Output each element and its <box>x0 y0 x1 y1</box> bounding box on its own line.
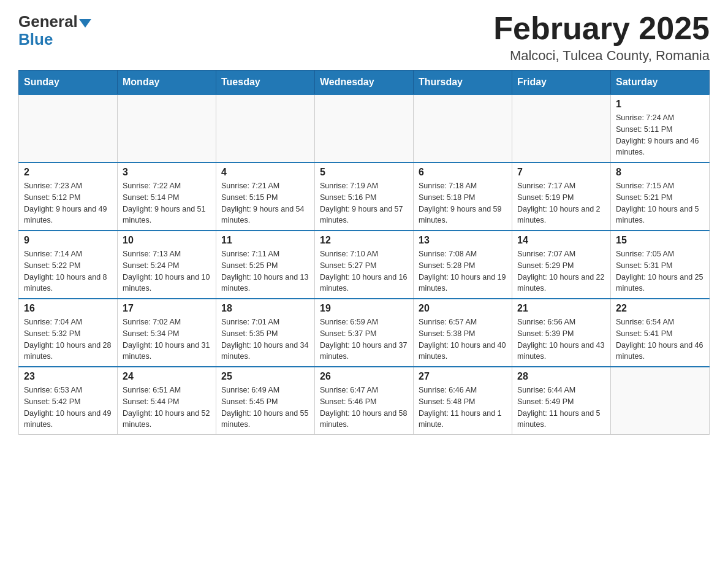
calendar-day-cell: 25Sunrise: 6:49 AM Sunset: 5:45 PM Dayli… <box>216 367 315 435</box>
calendar-day-cell: 1Sunrise: 7:24 AM Sunset: 5:11 PM Daylig… <box>611 94 710 163</box>
calendar-day-cell <box>611 367 710 435</box>
calendar-day-cell: 21Sunrise: 6:56 AM Sunset: 5:39 PM Dayli… <box>512 299 611 367</box>
month-title: February 2025 <box>493 12 710 44</box>
calendar-day-cell: 8Sunrise: 7:15 AM Sunset: 5:21 PM Daylig… <box>611 163 710 231</box>
calendar-day-header: Thursday <box>414 71 512 95</box>
page-header: General Blue February 2025 Malcoci, Tulc… <box>18 12 710 64</box>
day-info: Sunrise: 7:21 AM Sunset: 5:15 PM Dayligh… <box>221 180 309 226</box>
day-info: Sunrise: 6:54 AM Sunset: 5:41 PM Dayligh… <box>616 316 704 362</box>
day-number: 2 <box>24 167 112 178</box>
logo: General Blue <box>18 12 91 49</box>
calendar-day-cell: 11Sunrise: 7:11 AM Sunset: 5:25 PM Dayli… <box>216 231 315 299</box>
day-number: 12 <box>320 235 408 246</box>
day-number: 27 <box>419 371 507 382</box>
calendar-week-row: 23Sunrise: 6:53 AM Sunset: 5:42 PM Dayli… <box>19 367 710 435</box>
calendar-day-cell: 16Sunrise: 7:04 AM Sunset: 5:32 PM Dayli… <box>19 299 118 367</box>
calendar-day-header: Wednesday <box>315 71 414 95</box>
day-number: 13 <box>419 235 507 246</box>
calendar-day-header: Sunday <box>19 71 118 95</box>
day-info: Sunrise: 7:01 AM Sunset: 5:35 PM Dayligh… <box>221 316 309 362</box>
day-number: 1 <box>616 99 704 110</box>
day-number: 17 <box>123 303 211 314</box>
calendar-day-cell: 22Sunrise: 6:54 AM Sunset: 5:41 PM Dayli… <box>611 299 710 367</box>
day-info: Sunrise: 7:15 AM Sunset: 5:21 PM Dayligh… <box>616 180 704 226</box>
day-number: 25 <box>221 371 309 382</box>
day-number: 22 <box>616 303 704 314</box>
day-number: 11 <box>221 235 309 246</box>
day-info: Sunrise: 7:22 AM Sunset: 5:14 PM Dayligh… <box>123 180 211 226</box>
day-info: Sunrise: 6:51 AM Sunset: 5:44 PM Dayligh… <box>123 385 211 431</box>
day-info: Sunrise: 7:11 AM Sunset: 5:25 PM Dayligh… <box>221 248 309 294</box>
calendar-week-row: 2Sunrise: 7:23 AM Sunset: 5:12 PM Daylig… <box>19 163 710 231</box>
calendar-day-cell: 19Sunrise: 6:59 AM Sunset: 5:37 PM Dayli… <box>315 299 414 367</box>
calendar-day-cell: 6Sunrise: 7:18 AM Sunset: 5:18 PM Daylig… <box>414 163 512 231</box>
day-number: 21 <box>517 303 605 314</box>
day-number: 10 <box>123 235 211 246</box>
calendar-day-cell: 4Sunrise: 7:21 AM Sunset: 5:15 PM Daylig… <box>216 163 315 231</box>
day-info: Sunrise: 7:23 AM Sunset: 5:12 PM Dayligh… <box>24 180 112 226</box>
title-section: February 2025 Malcoci, Tulcea County, Ro… <box>493 12 710 64</box>
calendar-day-cell: 10Sunrise: 7:13 AM Sunset: 5:24 PM Dayli… <box>118 231 216 299</box>
calendar-day-cell: 12Sunrise: 7:10 AM Sunset: 5:27 PM Dayli… <box>315 231 414 299</box>
calendar-day-cell: 2Sunrise: 7:23 AM Sunset: 5:12 PM Daylig… <box>19 163 118 231</box>
day-number: 16 <box>24 303 112 314</box>
day-number: 14 <box>517 235 605 246</box>
day-number: 9 <box>24 235 112 246</box>
calendar-day-cell <box>19 94 118 163</box>
calendar-day-cell: 26Sunrise: 6:47 AM Sunset: 5:46 PM Dayli… <box>315 367 414 435</box>
calendar-day-cell <box>414 94 512 163</box>
day-info: Sunrise: 7:24 AM Sunset: 5:11 PM Dayligh… <box>616 112 704 158</box>
calendar-day-cell <box>512 94 611 163</box>
logo-top: General <box>18 12 91 31</box>
day-info: Sunrise: 6:44 AM Sunset: 5:49 PM Dayligh… <box>517 385 605 431</box>
calendar-day-cell: 28Sunrise: 6:44 AM Sunset: 5:49 PM Dayli… <box>512 367 611 435</box>
calendar-day-cell: 23Sunrise: 6:53 AM Sunset: 5:42 PM Dayli… <box>19 367 118 435</box>
calendar-day-cell: 18Sunrise: 7:01 AM Sunset: 5:35 PM Dayli… <box>216 299 315 367</box>
day-info: Sunrise: 7:10 AM Sunset: 5:27 PM Dayligh… <box>320 248 408 294</box>
day-info: Sunrise: 6:49 AM Sunset: 5:45 PM Dayligh… <box>221 385 309 431</box>
calendar-day-header: Monday <box>118 71 216 95</box>
calendar-day-cell <box>118 94 216 163</box>
calendar-day-cell <box>216 94 315 163</box>
calendar-day-header: Tuesday <box>216 71 315 95</box>
day-number: 3 <box>123 167 211 178</box>
day-number: 8 <box>616 167 704 178</box>
calendar-day-cell: 17Sunrise: 7:02 AM Sunset: 5:34 PM Dayli… <box>118 299 216 367</box>
logo-general-text: General <box>18 12 78 31</box>
calendar-day-header: Saturday <box>611 71 710 95</box>
day-info: Sunrise: 7:18 AM Sunset: 5:18 PM Dayligh… <box>419 180 507 226</box>
day-info: Sunrise: 7:13 AM Sunset: 5:24 PM Dayligh… <box>123 248 211 294</box>
day-number: 4 <box>221 167 309 178</box>
day-info: Sunrise: 6:53 AM Sunset: 5:42 PM Dayligh… <box>24 385 112 431</box>
day-info: Sunrise: 7:17 AM Sunset: 5:19 PM Dayligh… <box>517 180 605 226</box>
calendar-day-cell: 14Sunrise: 7:07 AM Sunset: 5:29 PM Dayli… <box>512 231 611 299</box>
day-number: 26 <box>320 371 408 382</box>
calendar-day-cell: 27Sunrise: 6:46 AM Sunset: 5:48 PM Dayli… <box>414 367 512 435</box>
calendar-day-cell: 7Sunrise: 7:17 AM Sunset: 5:19 PM Daylig… <box>512 163 611 231</box>
day-info: Sunrise: 6:56 AM Sunset: 5:39 PM Dayligh… <box>517 316 605 362</box>
day-number: 23 <box>24 371 112 382</box>
calendar-week-row: 1Sunrise: 7:24 AM Sunset: 5:11 PM Daylig… <box>19 94 710 163</box>
day-info: Sunrise: 7:08 AM Sunset: 5:28 PM Dayligh… <box>419 248 507 294</box>
day-info: Sunrise: 6:57 AM Sunset: 5:38 PM Dayligh… <box>419 316 507 362</box>
day-info: Sunrise: 7:07 AM Sunset: 5:29 PM Dayligh… <box>517 248 605 294</box>
day-number: 24 <box>123 371 211 382</box>
day-info: Sunrise: 6:47 AM Sunset: 5:46 PM Dayligh… <box>320 385 408 431</box>
day-info: Sunrise: 7:05 AM Sunset: 5:31 PM Dayligh… <box>616 248 704 294</box>
calendar-week-row: 9Sunrise: 7:14 AM Sunset: 5:22 PM Daylig… <box>19 231 710 299</box>
calendar-week-row: 16Sunrise: 7:04 AM Sunset: 5:32 PM Dayli… <box>19 299 710 367</box>
day-number: 5 <box>320 167 408 178</box>
day-number: 19 <box>320 303 408 314</box>
calendar-table: SundayMondayTuesdayWednesdayThursdayFrid… <box>18 70 710 435</box>
day-info: Sunrise: 6:59 AM Sunset: 5:37 PM Dayligh… <box>320 316 408 362</box>
day-info: Sunrise: 6:46 AM Sunset: 5:48 PM Dayligh… <box>419 385 507 431</box>
day-info: Sunrise: 7:14 AM Sunset: 5:22 PM Dayligh… <box>24 248 112 294</box>
calendar-day-cell: 15Sunrise: 7:05 AM Sunset: 5:31 PM Dayli… <box>611 231 710 299</box>
day-info: Sunrise: 7:04 AM Sunset: 5:32 PM Dayligh… <box>24 316 112 362</box>
day-number: 6 <box>419 167 507 178</box>
calendar-day-cell: 13Sunrise: 7:08 AM Sunset: 5:28 PM Dayli… <box>414 231 512 299</box>
calendar-day-cell: 5Sunrise: 7:19 AM Sunset: 5:16 PM Daylig… <box>315 163 414 231</box>
day-info: Sunrise: 7:02 AM Sunset: 5:34 PM Dayligh… <box>123 316 211 362</box>
calendar-day-cell: 20Sunrise: 6:57 AM Sunset: 5:38 PM Dayli… <box>414 299 512 367</box>
calendar-day-cell: 24Sunrise: 6:51 AM Sunset: 5:44 PM Dayli… <box>118 367 216 435</box>
